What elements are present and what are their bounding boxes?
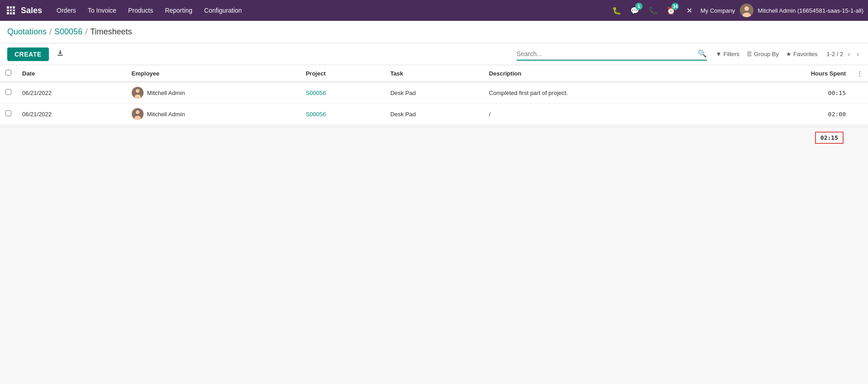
svg-rect-3 <box>58 55 63 56</box>
search-icon[interactable]: 🔍 <box>698 49 707 58</box>
cell-hours: 02:00 <box>727 104 851 125</box>
timesheets-table: Date Employee Project Task Description H… <box>0 65 868 125</box>
header-checkbox[interactable] <box>5 70 11 76</box>
row-checkbox[interactable] <box>5 110 11 116</box>
cell-employee: Mitchell Admin <box>126 104 301 125</box>
cell-task: Desk Pad <box>385 104 484 125</box>
filter-icon: ▼ <box>716 51 722 57</box>
cell-date: 06/21/2022 <box>17 82 126 104</box>
cell-hours: 00:15 <box>727 82 851 104</box>
project-link[interactable]: S00056 <box>306 90 326 96</box>
breadcrumb-s00056[interactable]: S00056 <box>54 27 82 37</box>
search-input[interactable] <box>517 50 698 57</box>
employee-avatar <box>132 87 144 99</box>
user-name[interactable]: Mitchell Admin (16654581-saas-15-1-all) <box>758 7 863 14</box>
user-avatar[interactable] <box>740 4 753 17</box>
col-options[interactable]: ⋮ <box>851 65 868 82</box>
col-project: Project <box>300 65 385 82</box>
col-description: Description <box>484 65 727 82</box>
breadcrumb: Quotations / S00056 / Timesheets <box>7 27 132 37</box>
download-button[interactable] <box>53 47 68 61</box>
create-button[interactable]: CREATE <box>7 47 49 61</box>
activity-badge: 34 <box>671 3 679 10</box>
star-icon: ★ <box>786 51 791 57</box>
prev-page-button[interactable]: ‹ <box>846 49 852 59</box>
nav-item-configuration[interactable]: Configuration <box>199 4 247 17</box>
filters-group: ▼ Filters ☰ Group By ★ Favorites <box>716 51 818 57</box>
nav-item-products[interactable]: Products <box>123 4 158 17</box>
cell-project[interactable]: S00056 <box>300 82 385 104</box>
nav-item-to-invoice[interactable]: To Invoice <box>82 4 122 17</box>
svg-point-5 <box>136 89 139 93</box>
favorites-button[interactable]: ★ Favorites <box>786 51 817 57</box>
cell-description: Completed first part of project. <box>484 82 727 104</box>
employee-name: Mitchell Admin <box>147 90 185 96</box>
select-all-checkbox[interactable] <box>0 65 17 82</box>
row-checkbox[interactable] <box>5 89 11 95</box>
search-box: 🔍 <box>517 47 707 61</box>
nav-item-reporting[interactable]: Reporting <box>159 4 198 17</box>
employee-avatar <box>132 108 144 120</box>
col-date: Date <box>17 65 126 82</box>
svg-point-8 <box>136 110 139 114</box>
chat-badge: 5 <box>635 3 643 10</box>
breadcrumb-quotations[interactable]: Quotations <box>7 27 47 37</box>
clock-icon[interactable]: ⏰ 34 <box>664 4 678 17</box>
next-page-button[interactable]: › <box>855 49 861 59</box>
chat-icon[interactable]: 💬 5 <box>628 4 642 17</box>
table-row: 06/21/2022 Mitchell Admin S00056 Desk Pa… <box>0 82 868 104</box>
col-task: Task <box>385 65 484 82</box>
svg-point-1 <box>744 6 749 11</box>
top-navigation: Sales Orders To Invoice Products Reporti… <box>0 0 868 21</box>
pagination: 1-2 / 2 ‹ › <box>826 49 861 59</box>
groupby-icon: ☰ <box>747 51 752 57</box>
bug-icon[interactable]: 🐛 <box>610 4 623 17</box>
apps-menu-icon[interactable] <box>5 4 17 17</box>
nav-menu: Orders To Invoice Products Reporting Con… <box>51 4 608 17</box>
settings-icon[interactable]: ✕ <box>682 4 696 17</box>
cell-task: Desk Pad <box>385 82 484 104</box>
phone-icon[interactable]: 📞 <box>646 4 660 17</box>
cell-date: 06/21/2022 <box>17 104 126 125</box>
filters-button[interactable]: ▼ Filters <box>716 51 739 57</box>
col-employee: Employee <box>126 65 301 82</box>
cell-description: / <box>484 104 727 125</box>
employee-name: Mitchell Admin <box>147 111 185 118</box>
group-by-button[interactable]: ☰ Group By <box>747 51 779 57</box>
col-hours-spent: Hours Spent <box>727 65 851 82</box>
breadcrumb-timesheets: Timesheets <box>90 27 132 37</box>
cell-project[interactable]: S00056 <box>300 104 385 125</box>
cell-employee: Mitchell Admin <box>126 82 301 104</box>
pagination-label: 1-2 / 2 <box>826 51 843 57</box>
total-hours: 02:15 <box>815 132 844 144</box>
table-row: 06/21/2022 Mitchell Admin S00056 Desk Pa… <box>0 104 868 125</box>
breadcrumb-bar: Quotations / S00056 / Timesheets <box>0 21 868 43</box>
company-name[interactable]: My Company <box>700 7 735 14</box>
app-brand: Sales <box>21 6 42 15</box>
nav-right: 🐛 💬 5 📞 ⏰ 34 ✕ My Company Mitchell Admin… <box>610 4 863 17</box>
nav-item-orders[interactable]: Orders <box>51 4 82 17</box>
project-link[interactable]: S00056 <box>306 111 326 118</box>
